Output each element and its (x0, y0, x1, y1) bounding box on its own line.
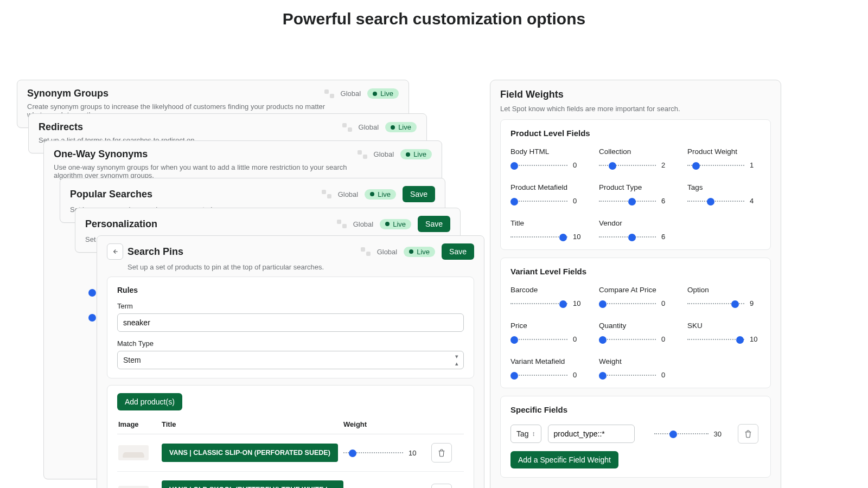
save-button[interactable]: Save (442, 243, 474, 260)
field-weight-item: Weight0 (599, 357, 672, 379)
weight-slider[interactable] (510, 162, 567, 169)
field-weights-desc: Let Spot know which fields are more impo… (500, 105, 771, 113)
match-type-label: Match Type (117, 339, 464, 348)
weight-slider[interactable] (510, 197, 567, 205)
specific-weight-value: 30 (714, 430, 725, 438)
translate-icon[interactable] (322, 190, 331, 198)
delete-specific-button[interactable] (738, 424, 758, 444)
product-title-pill[interactable]: VANS | OLD SKOOL (BUTTERFLY) TRUE WHITE … (162, 480, 343, 488)
specific-weight-slider[interactable] (654, 430, 709, 438)
term-label: Term (117, 302, 464, 310)
weight-slider[interactable] (687, 162, 744, 169)
svg-rect-0 (324, 89, 329, 94)
section-title: Variant Level Fields (510, 267, 761, 276)
match-type-value: Stem (123, 356, 141, 364)
weight-slider[interactable] (687, 197, 744, 205)
weight-slider[interactable] (510, 233, 567, 241)
field-label: Weight (599, 357, 672, 365)
weight-slider[interactable] (687, 336, 744, 343)
trash-icon (744, 429, 752, 438)
field-label: Barcode (510, 286, 584, 294)
scope-label: Global (353, 220, 374, 228)
field-weight-item: Option9 (687, 286, 761, 307)
scope-label: Global (359, 123, 379, 131)
field-label: Vendor (599, 219, 672, 227)
page-title: Powerful search customization options (0, 0, 868, 43)
select-arrows-icon: ▾▴ (455, 353, 458, 367)
specific-value-input[interactable] (548, 425, 635, 443)
save-button[interactable]: Save (403, 186, 435, 202)
delete-row-button[interactable] (431, 443, 452, 463)
card-title: Personalization (85, 219, 157, 230)
delete-row-button[interactable] (431, 484, 452, 488)
live-badge: Live (400, 149, 432, 159)
translate-icon[interactable] (361, 247, 371, 256)
match-type-select[interactable]: Stem (117, 351, 464, 369)
translate-icon[interactable] (337, 220, 347, 228)
weight-slider[interactable] (599, 162, 656, 169)
translate-icon[interactable] (342, 123, 352, 132)
field-weights-card: Field Weights Let Spot know which fields… (490, 80, 781, 488)
field-weight-item: Variant Metafield0 (510, 357, 584, 379)
col-image: Image (118, 420, 162, 428)
weight-slider[interactable] (343, 449, 403, 457)
weight-slider[interactable] (599, 197, 656, 205)
live-badge: Live (385, 122, 417, 132)
field-label: Quantity (599, 322, 672, 330)
field-label: Product Weight (687, 147, 761, 156)
specific-type-select[interactable]: Tag (510, 425, 541, 443)
field-label: Compare At Price (599, 286, 672, 294)
back-button[interactable] (107, 243, 123, 260)
weight-value: 0 (573, 161, 584, 169)
specific-fields-title: Specific Fields (510, 405, 761, 414)
translate-icon[interactable] (358, 150, 367, 159)
field-label: Title (510, 219, 584, 227)
field-label: Collection (599, 147, 672, 156)
weight-slider[interactable] (599, 233, 656, 241)
add-specific-field-button[interactable]: Add a Specific Field Weight (510, 451, 618, 468)
field-weight-item: Body HTML0 (510, 147, 584, 169)
card-title: One-Way Synonyms (54, 149, 148, 160)
add-products-button[interactable]: Add product(s) (117, 393, 182, 410)
weight-value: 10 (573, 233, 584, 241)
weight-slider[interactable] (510, 371, 567, 379)
product-title-pill[interactable]: VANS | CLASSIC SLIP-ON (PERFORATED SUEDE… (162, 444, 338, 462)
card-title: Search Pins (127, 246, 183, 258)
field-label: Product Metafield (510, 183, 584, 191)
weight-slider[interactable] (599, 336, 656, 343)
weight-slider[interactable] (599, 300, 656, 307)
term-input[interactable] (117, 313, 464, 332)
weight-value: 0 (573, 371, 584, 379)
field-weight-item: Title10 (510, 219, 584, 241)
card-title: Popular Searches (70, 189, 152, 200)
trash-icon (437, 448, 446, 457)
save-button[interactable]: Save (418, 216, 450, 232)
svg-rect-2 (342, 123, 347, 127)
field-weight-item: Product Metafield0 (510, 183, 584, 205)
weight-slider[interactable] (510, 336, 567, 343)
section-title: Product Level Fields (510, 129, 761, 138)
weight-slider[interactable] (510, 300, 567, 307)
svg-rect-7 (327, 194, 331, 198)
svg-rect-5 (363, 155, 367, 159)
field-weight-item: Compare At Price0 (599, 286, 672, 307)
live-badge: Live (404, 247, 435, 257)
field-weight-item: Product Type6 (599, 183, 672, 205)
scope-label: Global (377, 248, 398, 256)
weight-value: 9 (750, 299, 761, 307)
weight-slider[interactable] (687, 300, 744, 307)
rules-heading: Rules (117, 286, 464, 294)
field-weight-item: Tags4 (687, 183, 761, 205)
field-label: Variant Metafield (510, 357, 584, 365)
scope-label: Global (341, 89, 361, 98)
table-row: VANS | OLD SKOOL (BUTTERFLY) TRUE WHITE … (117, 472, 464, 488)
weight-value: 0 (573, 335, 584, 343)
weight-value: 0 (661, 371, 672, 379)
field-label: Option (687, 286, 761, 294)
weight-value: 0 (661, 299, 672, 307)
svg-rect-3 (348, 127, 352, 132)
weight-slider[interactable] (599, 371, 656, 379)
col-title: Title (162, 420, 343, 428)
card-desc: Use one-way synonym groups for when you … (54, 163, 368, 179)
translate-icon[interactable] (324, 89, 334, 98)
